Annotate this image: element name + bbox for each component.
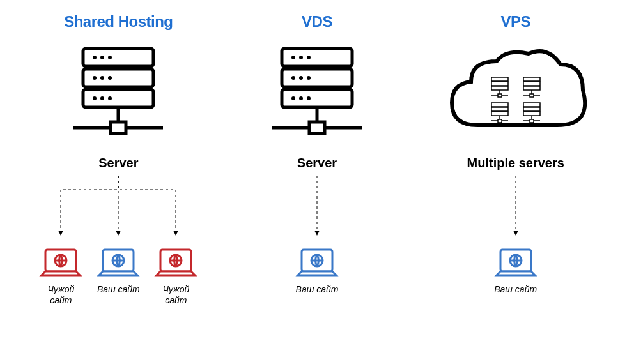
laptop-foreign-2: Чужой сайт xyxy=(153,247,199,306)
laptop-icon xyxy=(493,247,539,280)
laptop-yours-vps: Ваш сайт xyxy=(493,247,539,295)
title-shared: Shared Hosting xyxy=(64,13,173,31)
svg-point-32 xyxy=(299,76,303,80)
svg-point-28 xyxy=(291,56,295,59)
laptop-icon xyxy=(153,247,199,280)
svg-point-7 xyxy=(100,76,104,80)
title-vds: VDS xyxy=(302,13,332,31)
column-vds: VDS Server xyxy=(218,13,417,306)
arrow-vps xyxy=(484,171,548,247)
svg-point-30 xyxy=(307,56,311,59)
laptop-icon xyxy=(95,247,141,280)
site-label-yours-vps: Ваш сайт xyxy=(494,284,537,295)
server-label-vds: Server xyxy=(297,156,337,171)
arrows-shared xyxy=(35,171,201,247)
server-label-vps: Multiple servers xyxy=(467,156,564,171)
column-shared-hosting: Shared Hosting Server xyxy=(19,13,218,306)
column-vps: VPS xyxy=(416,13,615,306)
svg-point-4 xyxy=(100,56,104,59)
laptop-yours-vds: Ваш сайт xyxy=(294,247,340,295)
svg-point-36 xyxy=(307,96,311,100)
arrow-vds xyxy=(285,171,349,247)
server-icon xyxy=(263,42,371,151)
cloud-servers-icon xyxy=(439,42,592,151)
svg-rect-38 xyxy=(309,122,325,133)
site-label-foreign-1: Чужой сайт xyxy=(47,284,74,306)
laptop-icon xyxy=(38,247,84,280)
svg-point-8 xyxy=(108,76,112,80)
svg-point-9 xyxy=(93,96,97,100)
svg-point-35 xyxy=(299,96,303,100)
site-label-yours-shared: Ваш сайт xyxy=(97,284,140,295)
svg-point-33 xyxy=(307,76,311,80)
title-vps: VPS xyxy=(500,13,530,31)
server-label-shared: Server xyxy=(98,156,138,171)
svg-rect-13 xyxy=(111,122,126,133)
site-label-yours-vds: Ваш сайт xyxy=(296,284,339,295)
laptop-yours-shared: Ваш сайт xyxy=(95,247,141,306)
svg-point-11 xyxy=(108,96,112,100)
svg-point-31 xyxy=(291,76,295,80)
laptop-row-shared: Чужой сайт Ваш сайт xyxy=(38,247,199,306)
svg-point-29 xyxy=(299,56,303,59)
laptop-foreign-1: Чужой сайт xyxy=(38,247,84,306)
svg-point-6 xyxy=(93,76,97,80)
laptop-icon xyxy=(294,247,340,280)
svg-point-34 xyxy=(291,96,295,100)
svg-point-10 xyxy=(100,96,104,100)
svg-point-3 xyxy=(93,56,97,59)
site-label-foreign-2: Чужой сайт xyxy=(162,284,189,306)
svg-point-5 xyxy=(108,56,112,59)
server-icon xyxy=(64,42,173,151)
